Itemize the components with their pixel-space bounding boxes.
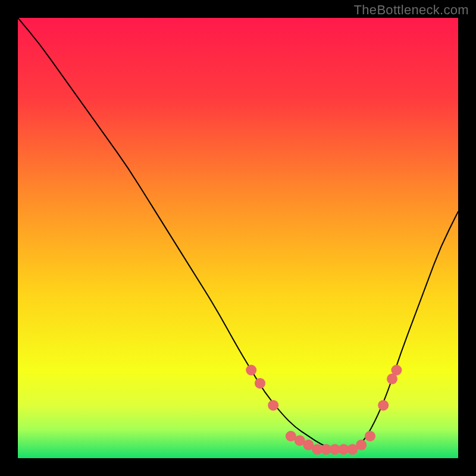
threshold-dot bbox=[391, 365, 402, 375]
threshold-dot bbox=[255, 378, 265, 389]
chart-stage: TheBottleneck.com bbox=[0, 0, 476, 476]
threshold-dot bbox=[246, 365, 256, 375]
watermark-label: TheBottleneck.com bbox=[354, 2, 469, 18]
plot-background bbox=[18, 18, 458, 458]
bottleneck-chart bbox=[0, 0, 476, 476]
threshold-dot bbox=[365, 431, 375, 441]
threshold-dot bbox=[378, 400, 389, 411]
threshold-dot bbox=[356, 440, 367, 450]
threshold-dot bbox=[268, 400, 278, 411]
